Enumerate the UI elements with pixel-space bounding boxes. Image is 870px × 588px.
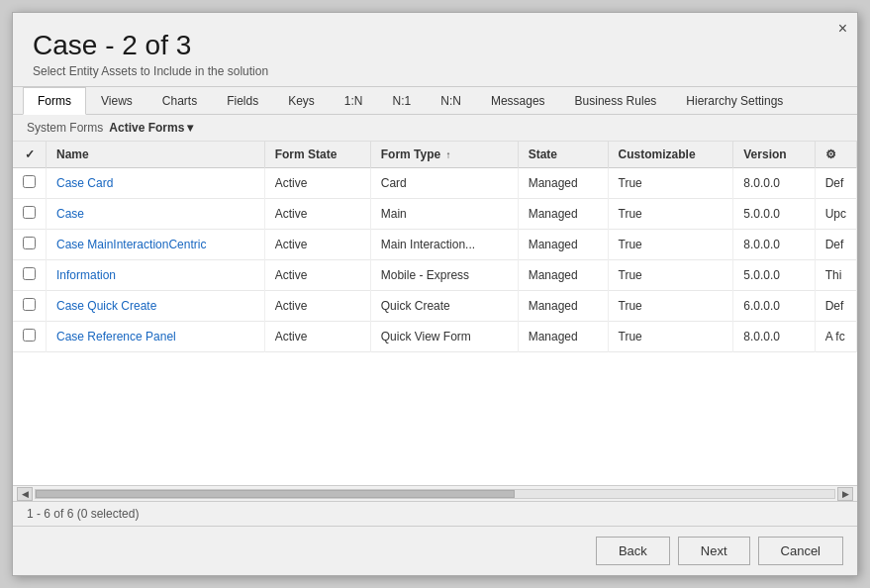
col-header-version[interactable]: Version [733,142,815,168]
row-state-cell: Managed [518,229,608,259]
cancel-button[interactable]: Cancel [758,537,843,565]
row-form-state-cell: Active [264,167,370,198]
row-form-type-cell: Card [370,167,518,198]
row-version-cell: 6.0.0.0 [733,290,815,321]
row-form-state-cell: Active [264,229,370,259]
chevron-down-icon: ▾ [187,121,193,135]
row-checkbox-cell[interactable] [13,290,47,321]
row-form-state-cell: Active [264,198,370,229]
dialog-header: Include entity metadata Add All Assets C… [13,13,857,87]
row-name-link[interactable]: Case Card [56,176,113,190]
active-forms-label: Active Forms [109,121,184,135]
content-area: System Forms Active Forms ▾ ✓ Name Form … [13,115,857,526]
close-button[interactable]: × [838,21,847,37]
row-state-cell: Managed [518,290,608,321]
row-form-state-cell: Active [264,290,370,321]
row-checkbox[interactable] [23,329,36,342]
tab-forms[interactable]: Forms [23,87,86,115]
row-form-state-cell: Active [264,321,370,351]
table-wrapper[interactable]: ✓ Name Form State Form Type ↑ State Cust… [13,142,857,485]
col-header-check[interactable]: ✓ [13,142,47,168]
active-forms-dropdown[interactable]: Active Forms ▾ [109,121,193,135]
row-extra-cell: Def [815,290,856,321]
row-checkbox[interactable] [23,237,36,249]
row-form-type-cell: Quick Create [370,290,518,321]
table-row[interactable]: Case Active Main Managed True 5.0.0.0 Up… [13,198,857,229]
row-customizable-cell: True [608,259,733,290]
row-name-cell[interactable]: Case MainInteractionCentric [47,229,265,259]
col-header-name[interactable]: Name [47,142,265,168]
system-forms-label: System Forms [27,121,103,135]
table-row[interactable]: Case Reference Panel Active Quick View F… [13,321,857,351]
row-version-cell: 5.0.0.0 [733,198,815,229]
table-row[interactable]: Case Quick Create Active Quick Create Ma… [13,290,857,321]
row-checkbox-cell[interactable] [13,167,47,198]
scroll-left-arrow[interactable]: ◀ [17,487,33,501]
col-header-customizable[interactable]: Customizable [608,142,733,168]
row-customizable-cell: True [608,198,733,229]
row-name-cell[interactable]: Information [47,259,265,290]
row-name-cell[interactable]: Case Reference Panel [47,321,265,351]
table-row[interactable]: Case Card Active Card Managed True 8.0.0… [13,167,857,198]
col-header-state[interactable]: State [518,142,608,168]
col-header-settings[interactable]: ⚙ [815,142,856,168]
row-extra-cell: Upc [815,198,856,229]
tab-hierarchy-settings[interactable]: Hierarchy Settings [671,87,798,114]
back-button[interactable]: Back [596,537,670,565]
col-header-form-type[interactable]: Form Type ↑ [370,142,518,168]
tab-1n[interactable]: 1:N [330,87,378,114]
next-button[interactable]: Next [678,537,750,565]
table-row[interactable]: Case MainInteractionCentric Active Main … [13,229,857,259]
sort-icon: ↑ [446,149,451,160]
row-state-cell: Managed [518,167,608,198]
scroll-right-arrow[interactable]: ▶ [837,487,853,501]
row-customizable-cell: True [608,321,733,351]
row-checkbox-cell[interactable] [13,229,47,259]
row-name-link[interactable]: Case Quick Create [56,299,156,313]
row-checkbox-cell[interactable] [13,321,47,351]
tab-n1[interactable]: N:1 [378,87,427,114]
row-extra-cell: Def [815,229,856,259]
scroll-thumb[interactable] [36,490,515,498]
row-name-link[interactable]: Case [56,207,84,221]
row-name-cell[interactable]: Case Quick Create [47,290,265,321]
dialog-footer: Back Next Cancel [13,526,857,575]
table-body: Case Card Active Card Managed True 8.0.0… [13,167,857,351]
row-checkbox-cell[interactable] [13,259,47,290]
row-extra-cell: A fc [815,321,856,351]
tab-messages[interactable]: Messages [476,87,560,114]
row-customizable-cell: True [608,167,733,198]
row-version-cell: 8.0.0.0 [733,167,815,198]
table-row[interactable]: Information Active Mobile - Express Mana… [13,259,857,290]
main-dialog: × Include entity metadata Add All Assets… [12,12,858,576]
system-forms-bar: System Forms Active Forms ▾ [13,115,857,142]
tab-keys[interactable]: Keys [273,87,330,114]
row-checkbox[interactable] [23,175,36,188]
tab-views[interactable]: Views [86,87,147,114]
tab-fields[interactable]: Fields [212,87,273,114]
col-header-form-state[interactable]: Form State [264,142,370,168]
row-name-cell[interactable]: Case [47,198,265,229]
row-checkbox[interactable] [23,267,36,280]
row-extra-cell: Def [815,167,856,198]
table-header-row: ✓ Name Form State Form Type ↑ State Cust… [13,142,857,168]
row-form-type-cell: Mobile - Express [370,259,518,290]
scroll-track[interactable] [35,489,835,499]
tab-business-rules[interactable]: Business Rules [560,87,672,114]
row-version-cell: 5.0.0.0 [733,259,815,290]
row-checkbox[interactable] [23,298,36,311]
page-subtitle: Select Entity Assets to Include in the s… [33,64,837,78]
row-state-cell: Managed [518,321,608,351]
row-name-cell[interactable]: Case Card [47,167,265,198]
tab-charts[interactable]: Charts [147,87,212,114]
tab-nn[interactable]: N:N [426,87,476,114]
row-state-cell: Managed [518,259,608,290]
horizontal-scrollbar[interactable]: ◀ ▶ [13,485,857,501]
row-version-cell: 8.0.0.0 [733,229,815,259]
forms-table: ✓ Name Form State Form Type ↑ State Cust… [13,142,857,352]
row-name-link[interactable]: Information [56,268,116,282]
row-checkbox[interactable] [23,206,36,219]
row-checkbox-cell[interactable] [13,198,47,229]
row-name-link[interactable]: Case MainInteractionCentric [56,238,206,251]
row-name-link[interactable]: Case Reference Panel [56,330,176,343]
